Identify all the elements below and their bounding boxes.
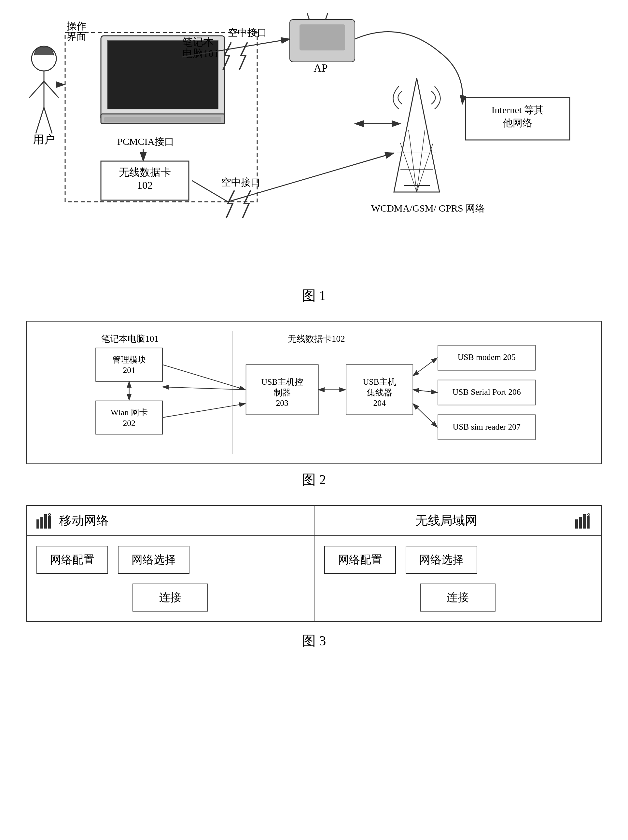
figure2-svg: 笔记本电脑101 无线数据卡102 管理模块 201 Wlan 网卡 202 U… — [36, 331, 592, 454]
svg-line-69 — [413, 390, 437, 393]
svg-rect-80 — [579, 517, 582, 529]
svg-line-70 — [413, 404, 437, 427]
svg-rect-81 — [583, 514, 586, 529]
svg-rect-75 — [44, 514, 47, 529]
svg-text:102: 102 — [137, 179, 153, 191]
fig1-caption: 图 1 — [26, 286, 602, 305]
figure1: 用户 操作 界面 笔记本 电脑101 PCMCIA接口 无线数据卡 102 空中… — [26, 13, 602, 280]
svg-text:电脑101: 电脑101 — [182, 47, 219, 59]
svg-line-31 — [400, 143, 417, 192]
fig3-col-wlan: 网络配置 网络选择 连接 — [315, 536, 602, 621]
svg-text:USB主机控: USB主机控 — [261, 377, 303, 387]
svg-text:USB主机: USB主机 — [363, 377, 396, 387]
svg-text:Internet 等其: Internet 等其 — [492, 104, 544, 115]
figure3: 移动网络 无线局域网 网络配置 网络选择 连接 — [26, 505, 602, 622]
wireless-card-section-label: 无线数据卡102 — [288, 334, 345, 344]
wireless-lan-label: 无线局域网 — [324, 512, 569, 529]
mobile-net-select-btn[interactable]: 网络选择 — [118, 546, 190, 574]
svg-line-21 — [326, 13, 329, 19]
svg-line-33 — [408, 130, 417, 192]
svg-text:USB sim reader  207: USB sim reader 207 — [452, 422, 520, 431]
fig3-header: 移动网络 无线局域网 — [27, 506, 601, 536]
mobile-net-label: 移动网络 — [59, 512, 109, 529]
svg-rect-19 — [299, 24, 345, 51]
svg-line-65 — [163, 404, 245, 418]
fig3-header-wlan: 无线局域网 — [315, 506, 602, 535]
fig3-row-wlan-top: 网络配置 网络选择 — [324, 546, 592, 574]
fig2-caption: 图 2 — [26, 471, 602, 489]
mobile-net-config-btn[interactable]: 网络配置 — [36, 546, 108, 574]
fig3-row-mobile-top: 网络配置 网络选择 — [36, 546, 304, 574]
wlan-net-select-btn[interactable]: 网络选择 — [406, 546, 477, 574]
svg-marker-27 — [394, 78, 440, 192]
svg-line-32 — [417, 143, 433, 192]
svg-text:USB Serial Port  206: USB Serial Port 206 — [452, 387, 521, 397]
svg-line-63 — [163, 365, 245, 390]
svg-text:空中接口: 空中接口 — [221, 177, 261, 188]
svg-text:用户: 用户 — [33, 133, 55, 145]
svg-line-20 — [306, 13, 309, 19]
svg-text:集线器: 集线器 — [367, 388, 392, 397]
fig3-caption: 图 3 — [26, 632, 602, 650]
svg-text:管理模块: 管理模块 — [112, 355, 146, 365]
svg-text:USB modem  205: USB modem 205 — [458, 352, 516, 362]
svg-line-68 — [413, 358, 437, 376]
svg-text:203: 203 — [276, 398, 288, 408]
svg-text:AP: AP — [313, 62, 327, 74]
svg-text:Wlan 网卡: Wlan 网卡 — [111, 408, 148, 417]
svg-rect-74 — [40, 517, 43, 529]
fig3-wlan-connect-row: 连接 — [324, 584, 592, 611]
svg-text:制器: 制器 — [274, 388, 291, 397]
svg-text:201: 201 — [123, 365, 135, 375]
svg-text:无线数据卡: 无线数据卡 — [119, 166, 171, 178]
mobile-signal-icon-left — [36, 513, 53, 529]
fig3-header-mobile: 移动网络 — [27, 506, 315, 535]
svg-text:他网络: 他网络 — [503, 117, 532, 128]
fig3-body: 网络配置 网络选择 连接 网络配置 网络选择 连接 — [27, 536, 601, 621]
svg-text:界面: 界面 — [67, 31, 86, 42]
figure2-outer-box: 笔记本电脑101 无线数据卡102 管理模块 201 Wlan 网卡 202 U… — [26, 321, 602, 464]
mobile-connect-btn[interactable]: 连接 — [133, 584, 208, 611]
svg-text:204: 204 — [373, 398, 386, 408]
wlan-connect-btn[interactable]: 连接 — [420, 584, 495, 611]
figure2: 笔记本电脑101 无线数据卡102 管理模块 201 Wlan 网卡 202 U… — [26, 321, 602, 464]
svg-text:WCDMA/GSM/ GPRS 网络: WCDMA/GSM/ GPRS 网络 — [371, 203, 485, 213]
svg-rect-73 — [36, 519, 39, 529]
svg-rect-9 — [104, 117, 221, 122]
svg-rect-46 — [96, 401, 163, 434]
svg-rect-43 — [96, 348, 163, 381]
laptop-section-label: 笔记本电脑101 — [101, 334, 158, 344]
figure1-svg: 用户 操作 界面 笔记本 电脑101 PCMCIA接口 无线数据卡 102 空中… — [26, 13, 602, 280]
fig3-mobile-connect-row: 连接 — [36, 584, 304, 611]
svg-text:PCMCIA接口: PCMCIA接口 — [117, 136, 174, 147]
svg-text:操作: 操作 — [67, 21, 86, 31]
svg-line-64 — [163, 387, 245, 390]
svg-line-34 — [417, 130, 425, 192]
svg-text:笔记本: 笔记本 — [182, 36, 214, 48]
svg-rect-79 — [575, 519, 578, 529]
svg-text:202: 202 — [123, 418, 135, 428]
wlan-net-config-btn[interactable]: 网络配置 — [324, 546, 396, 574]
svg-text:空中接口: 空中接口 — [228, 27, 267, 38]
fig3-col-mobile: 网络配置 网络选择 连接 — [27, 536, 315, 621]
wlan-signal-icon-right — [575, 513, 592, 529]
